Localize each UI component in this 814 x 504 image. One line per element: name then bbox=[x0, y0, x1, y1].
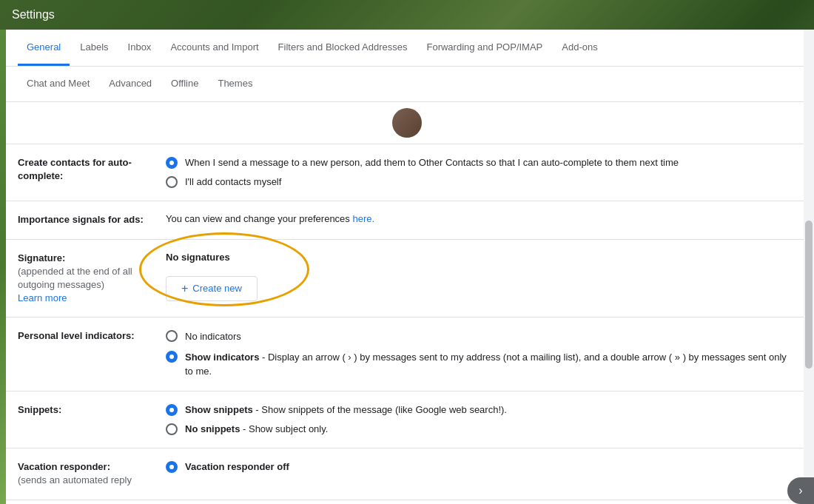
radio-show-snippets-text: Show snippets - Show snippets of the mes… bbox=[185, 403, 507, 417]
title-bar-text: Settings bbox=[12, 8, 55, 21]
tabs-row2: Chat and Meet Advanced Offline Themes bbox=[6, 67, 808, 102]
scrollbar[interactable] bbox=[804, 30, 814, 504]
signature-label: Signature: (appended at the end of all o… bbox=[18, 252, 166, 306]
show-snippets-bold: Show snippets bbox=[185, 404, 253, 415]
radio-no-indicators-text: No indicators bbox=[185, 329, 241, 344]
personal-level-control: No indicators Show indicators - Display … bbox=[166, 329, 796, 379]
plus-icon: + bbox=[181, 282, 188, 295]
create-new-signature-button[interactable]: + Create new bbox=[166, 276, 258, 301]
importance-signals-link[interactable]: here. bbox=[352, 213, 374, 224]
radio-show-indicators[interactable]: Show indicators - Display an arrow ( › )… bbox=[166, 350, 796, 379]
personal-level-label: Personal level indicators: bbox=[18, 329, 166, 343]
create-new-label: Create new bbox=[192, 283, 241, 294]
signature-learn-more-link[interactable]: Learn more bbox=[18, 292, 67, 303]
scroll-right-button[interactable]: › bbox=[787, 477, 814, 504]
personal-level-row: Personal level indicators: No indicators… bbox=[6, 317, 808, 392]
signature-label-text: Signature: bbox=[18, 252, 65, 263]
signature-control: No signatures + Create new bbox=[166, 252, 796, 301]
tabs-row1: General Labels Inbox Accounts and Import… bbox=[6, 30, 808, 67]
signature-row: Signature: (appended at the end of all o… bbox=[6, 240, 808, 318]
radio-show-snippets-circle[interactable] bbox=[166, 404, 178, 416]
vacation-responder-label: Vacation responder: (sends an automated … bbox=[18, 460, 166, 487]
title-bar: Settings bbox=[0, 0, 814, 30]
radio-no-indicators-circle[interactable] bbox=[166, 330, 178, 342]
radio-show-indicators-text: Show indicators - Display an arrow ( › )… bbox=[185, 350, 796, 379]
tab-labels[interactable]: Labels bbox=[71, 30, 117, 66]
importance-signals-row: Importance signals for ads: You can view… bbox=[6, 201, 808, 239]
tab-filters-blocked[interactable]: Filters and Blocked Addresses bbox=[269, 30, 417, 66]
vacation-responder-sublabel: (sends an automated reply bbox=[18, 474, 132, 485]
radio-no-snippets[interactable]: No snippets - Show subject only. bbox=[166, 423, 796, 436]
chevron-right-icon: › bbox=[798, 484, 802, 497]
vacation-responder-label-text: Vacation responder: bbox=[18, 461, 110, 472]
signature-sublabel: (appended at the end of all outgoing mes… bbox=[18, 266, 132, 290]
radio-vacation-off-text: Vacation responder off bbox=[185, 460, 289, 474]
importance-signals-label: Importance signals for ads: bbox=[18, 213, 166, 226]
tab-inbox[interactable]: Inbox bbox=[119, 30, 161, 66]
vacation-responder-control: Vacation responder off bbox=[166, 460, 796, 474]
tab-offline[interactable]: Offline bbox=[162, 67, 207, 101]
show-indicators-bold: Show indicators bbox=[185, 352, 259, 363]
radio-vacation-off-circle[interactable] bbox=[166, 461, 178, 473]
snippets-label: Snippets: bbox=[18, 403, 166, 417]
radio-auto-add[interactable]: When I send a message to a new person, a… bbox=[166, 156, 796, 169]
radio-no-indicators[interactable]: No indicators bbox=[166, 329, 796, 344]
tab-chat-meet[interactable]: Chat and Meet bbox=[18, 67, 98, 101]
show-snippets-desc: - Show snippets of the message (like Goo… bbox=[253, 404, 507, 415]
radio-vacation-off[interactable]: Vacation responder off bbox=[166, 460, 796, 474]
radio-no-snippets-text: No snippets - Show subject only. bbox=[185, 423, 328, 436]
radio-no-snippets-circle[interactable] bbox=[166, 423, 178, 435]
avatar-area bbox=[6, 102, 808, 144]
radio-show-indicators-circle[interactable] bbox=[166, 351, 178, 363]
create-contacts-control: When I send a message to a new person, a… bbox=[166, 156, 796, 189]
radio-show-snippets[interactable]: Show snippets - Show snippets of the mes… bbox=[166, 403, 796, 417]
radio-auto-add-circle[interactable] bbox=[166, 157, 178, 169]
settings-panel: General Labels Inbox Accounts and Import… bbox=[6, 30, 808, 504]
snippets-row: Snippets: Show snippets - Show snippets … bbox=[6, 392, 808, 448]
tab-themes[interactable]: Themes bbox=[209, 67, 261, 101]
radio-manual-add[interactable]: I'll add contacts myself bbox=[166, 175, 796, 189]
no-signatures-text: No signatures bbox=[166, 252, 796, 263]
vacation-responder-row: Vacation responder: (sends an automated … bbox=[6, 448, 808, 500]
importance-signals-text: You can view and change your preferences bbox=[166, 213, 352, 224]
avatar bbox=[392, 108, 422, 138]
create-contacts-row: Create contacts for auto-complete: When … bbox=[6, 144, 808, 201]
radio-manual-add-circle[interactable] bbox=[166, 176, 178, 188]
importance-signals-control: You can view and change your preferences… bbox=[166, 213, 796, 224]
scrollbar-thumb[interactable] bbox=[805, 221, 813, 369]
show-indicators-desc: - Display an arrow ( › ) by messages sen… bbox=[185, 352, 787, 377]
snippets-control: Show snippets - Show snippets of the mes… bbox=[166, 403, 796, 436]
no-snippets-bold: No snippets bbox=[185, 423, 240, 434]
settings-content: Create contacts for auto-complete: When … bbox=[6, 144, 808, 504]
tab-add-ons[interactable]: Add-ons bbox=[553, 30, 606, 66]
tab-accounts-import[interactable]: Accounts and Import bbox=[161, 30, 267, 66]
create-contacts-label: Create contacts for auto-complete: bbox=[18, 156, 166, 183]
no-snippets-desc: - Show subject only. bbox=[240, 423, 328, 434]
radio-auto-add-text: When I send a message to a new person, a… bbox=[185, 156, 679, 169]
tab-forwarding-pop-imap[interactable]: Forwarding and POP/IMAP bbox=[417, 30, 551, 66]
tab-general[interactable]: General bbox=[18, 30, 70, 66]
tab-advanced[interactable]: Advanced bbox=[100, 67, 161, 101]
radio-manual-add-text: I'll add contacts myself bbox=[185, 175, 281, 189]
